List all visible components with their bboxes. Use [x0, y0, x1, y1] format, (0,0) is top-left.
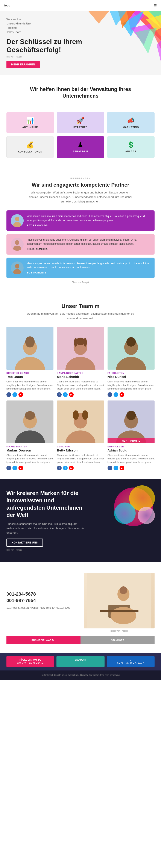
team-card-adrian: MEHR PROFIL ENTWICKLER Adrian Scold Clam… [108, 400, 155, 471]
team-name-adrian: Adrian Scold [108, 448, 155, 452]
info-box-3-title: ... [109, 659, 152, 661]
social-yt-nick[interactable]: ▶ [119, 392, 124, 397]
team-name-rob: Rob Braun [6, 375, 53, 378]
svg-marker-10 [135, 28, 157, 54]
services-grid: 📊 ANTI-KRISE 🚀 STARTUPS 📣 MARKETING 💰 KO… [0, 112, 161, 166]
social-fb-markus[interactable]: f [6, 466, 11, 470]
social-tw-rob[interactable]: t [12, 392, 17, 397]
social-tw-maria[interactable]: t [63, 392, 68, 397]
social-yt-adrian[interactable]: ▶ [119, 466, 124, 470]
social-fb-nick[interactable]: f [108, 392, 112, 397]
service-card-konsultationen[interactable]: 💰 KONSULTATIONEN [6, 136, 54, 158]
help-section: Wir helfen Ihnen bei der Verwaltung Ihre… [0, 75, 161, 112]
social-fb-adrian[interactable]: f [108, 466, 112, 470]
team-name-betty: Betty Nilsson [57, 448, 104, 452]
svg-rect-58 [100, 610, 138, 612]
navigation: logo ≡ [0, 0, 161, 11]
hamburger-icon[interactable]: ≡ [154, 3, 157, 8]
svg-point-20 [15, 264, 19, 269]
service-card-anlage[interactable]: 💲 ANLAGE [107, 136, 155, 158]
info-box-2[interactable]: STANDORT [56, 656, 104, 667]
team-desc-adrian: Clam amet incid idanu molestie ante ut f… [108, 454, 155, 464]
brand-shapes [89, 479, 161, 562]
team-card-img-nick [108, 327, 155, 370]
social-tw-adrian[interactable]: t [113, 466, 118, 470]
btn-bottom-gray[interactable]: STANDORT [80, 637, 155, 644]
overlay-label-adrian[interactable]: MEHR PROFIL [108, 438, 155, 443]
references-img-credit: Bilder von Freepik [6, 281, 155, 283]
social-yt-rob[interactable]: ▶ [19, 392, 23, 397]
brand-cta-button[interactable]: KONTAKTIERE UNS [6, 538, 43, 547]
team-social-markus: f t ▶ [6, 466, 53, 470]
svg-marker-11 [88, 11, 109, 24]
svg-point-31 [83, 338, 87, 347]
references-section: REFERENZEN Wir sind engagierte kompetent… [0, 166, 161, 292]
brand-description: Phasellus consequat mauris nibh leo. Tul… [6, 522, 88, 535]
svg-point-48 [126, 411, 136, 420]
testimonial-2-body: Phasellus vel turpis nunc eget lorem. Qu… [27, 238, 150, 250]
social-fb-maria[interactable]: f [57, 392, 62, 397]
avatar-ray [11, 214, 24, 227]
social-fb-betty[interactable]: f [57, 466, 62, 470]
social-fb-rob[interactable]: f [6, 392, 11, 397]
team-social-rob: f t ▶ [6, 392, 53, 397]
svg-point-57 [111, 607, 136, 624]
svg-point-51 [114, 502, 135, 524]
info-box-2-title: STANDORT [59, 659, 102, 661]
team-section: Unser Team m Ut enim ad minim veniam, qu… [0, 292, 161, 479]
contact-section: 001-234-5678 001-987-7654 121 Rock Stree… [0, 562, 161, 653]
testimonial-1-body: Vitae iaculis nulla mauris a diam maecen… [27, 214, 150, 227]
team-desc-nick: Clam amet incid idanu molestie ante ut f… [108, 380, 155, 391]
team-name-maria: Maria Schmidt [57, 375, 104, 378]
team-card-nick: FAHIGKEITEN Nick Dunkel Clam amet incid … [108, 327, 155, 397]
svg-point-44 [82, 410, 88, 420]
info-bar: RÜCKE DIR, WAS DU 001 - 22 ... 0 - 22 - … [0, 653, 161, 671]
social-yt-betty[interactable]: ▶ [69, 466, 74, 470]
service-card-startups[interactable]: 🚀 STARTUPS [57, 112, 104, 133]
team-grid: DIREKTER COACH Rob Braun Clam amet incid… [6, 327, 155, 470]
team-card-markus: FINANZBERATER Markus Dowson Clam amet in… [6, 400, 53, 471]
team-card-img-markus [6, 400, 53, 443]
svg-point-25 [25, 337, 35, 348]
contact-img-credit: Bilder von Freepik [84, 630, 155, 632]
footer: Sortable text. Click to select the text … [0, 671, 161, 680]
service-title-2: STARTUPS [61, 126, 101, 128]
social-tw-markus[interactable]: t [12, 466, 17, 470]
team-role-rob: DIREKTER COACH [6, 372, 53, 374]
contact-grid: 001-234-5678 001-987-7654 121 Rock Stree… [6, 573, 155, 632]
info-box-1[interactable]: RÜCKE DIR, WAS DU 001 - 22 ... 0 - 22 - … [6, 656, 54, 667]
nav-link-3[interactable]: Projekte [6, 26, 88, 29]
service-card-antikrise[interactable]: 📊 ANTI-KRISE [6, 112, 54, 133]
references-heading: Wir sind engagierte kompetente Partner [27, 182, 134, 188]
service-title-6: ANLAGE [111, 150, 151, 153]
references-description: Wir legen großen Wert auf starke Beziehu… [29, 190, 132, 204]
social-yt-markus[interactable]: ▶ [19, 466, 23, 470]
brand-content: Wir kreieren Marken für die innovativste… [6, 490, 88, 551]
svg-point-43 [73, 410, 79, 420]
nav-link-2[interactable]: Unsere Grundsätze [6, 22, 88, 25]
info-box-1-value: 001 - 22 ... 0 - 22 - 33 - 4 [9, 662, 52, 664]
service-card-strategie[interactable]: ♟ STRATEGIE [57, 136, 104, 158]
social-tw-betty[interactable]: t [63, 466, 68, 470]
nav-link-4[interactable]: Tolles Team [6, 30, 88, 34]
team-card-img-adrian: MEHR PROFIL [108, 400, 155, 443]
avatar-celia [11, 238, 24, 251]
social-tw-nick[interactable]: t [113, 392, 118, 397]
nav-link-1[interactable]: Was wir tun [6, 18, 88, 21]
testimonial-2-name: CELIA ALMEIDA [27, 248, 150, 250]
team-name-markus: Markus Dowson [6, 448, 53, 452]
team-role-adrian: ENTWICKLER [108, 445, 155, 448]
hero-cta-button[interactable]: MEHR ERFAHREN [6, 61, 40, 68]
service-card-marketing[interactable]: 📣 MARKETING [107, 112, 155, 133]
btn-bottom-pink[interactable]: RÜCKE DIR, WAS DU [6, 637, 80, 644]
svg-point-30 [74, 338, 78, 347]
service-title-5: STRATEGIE [61, 150, 101, 153]
help-heading: Wir helfen Ihnen bei der Verwaltung Ihre… [27, 86, 134, 99]
contact-address: 121 Rock Street, 21 Avenue, New York, NY… [6, 606, 77, 610]
team-role-betty: DESIGNER [57, 445, 104, 448]
team-social-betty: f t ▶ [57, 466, 104, 470]
info-box-1-title: RÜCKE DIR, WAS DU [9, 659, 52, 661]
info-box-3[interactable]: ... 0 - 22 ... 0 - 22 - 2 - 44 - 5 [107, 656, 155, 667]
social-yt-maria[interactable]: ▶ [69, 392, 74, 397]
references-label: REFERENZEN [6, 177, 155, 180]
